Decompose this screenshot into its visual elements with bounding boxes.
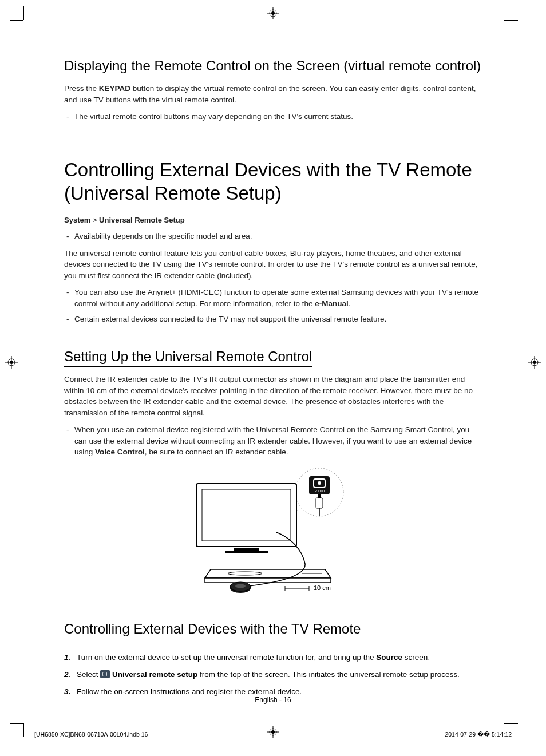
ir-out-label: IR OUT [314,489,326,493]
text: , be sure to connect an IR extender cabl… [145,448,288,456]
svg-rect-27 [205,578,331,583]
text: from the top of the screen. This initiat… [197,670,459,679]
universal-remote-setup-label: Universal remote setup [112,670,197,679]
note-item: Availability depends on the specific mod… [64,231,483,242]
menu-path: System > Universal Remote Setup [64,215,483,226]
crop-mark [504,723,518,724]
registration-mark-icon [267,726,279,738]
svg-rect-20 [316,498,323,508]
svg-rect-26 [225,551,268,553]
note-item: The virtual remote control buttons may v… [64,111,483,122]
universal-remote-icon [100,670,110,678]
text: Select [77,670,100,679]
heading-controlling-external: Controlling External Devices with the TV… [64,620,361,639]
text: Turn on the external device to set up th… [77,653,376,662]
page-footer-left: [UH6850-XC]BN68-06710A-00L04.indb 16 [34,731,148,738]
emanual-label: e-Manual [315,299,349,308]
crop-mark [10,20,23,21]
svg-rect-23 [196,484,296,547]
crop-mark [23,6,24,20]
svg-point-19 [318,481,321,485]
registration-mark-icon [528,356,541,369]
text: . [349,299,351,308]
step-item: Turn on the external device to set up th… [64,652,483,663]
registration-mark-icon [5,356,18,369]
note-item: You can also use the Anynet+ (HDMI-CEC) … [64,287,483,309]
heading-setting-up: Setting Up the Universal Remote Control [64,348,312,367]
text: You can also use the Anynet+ (HDMI-CEC) … [74,288,478,308]
text: Press the [64,84,99,93]
source-label: Source [376,653,402,662]
page-footer-center: English - 16 [0,696,546,704]
step-item: Select Universal remote setup from the t… [64,669,483,680]
registration-mark-icon [267,7,279,19]
crop-mark [504,20,518,21]
paragraph: Connect the IR extender cable to the TV'… [64,374,483,418]
heading-universal-remote-setup: Controlling External Devices with the TV… [64,158,483,205]
page-footer-right: 2014-07-29 �� 5:14:12 [445,731,512,738]
breadcrumb-system: System [64,216,90,224]
page-content: Displaying the Remote Control on the Scr… [64,57,483,704]
crop-mark [23,723,24,737]
svg-point-32 [235,584,246,588]
breadcrumb-sep: > [90,216,99,224]
note-item: When you use an external device register… [64,424,483,458]
heading-virtual-remote: Displaying the Remote Control on the Scr… [64,57,483,76]
crop-mark [10,723,23,724]
paragraph: Press the KEYPAD button to display the v… [64,83,483,105]
keypad-label: KEYPAD [99,84,130,93]
ir-extender-diagram: IR OUT 10 cm [64,464,483,603]
text: screen. [402,653,430,662]
paragraph: The universal remote control feature let… [64,248,483,282]
breadcrumb-universal: Universal Remote Setup [99,216,185,224]
svg-rect-21 [318,494,321,498]
note-item: Certain external devices connected to th… [64,314,483,325]
voice-control-label: Voice Control [95,448,145,456]
distance-label: 10 cm [314,584,331,591]
crop-mark [504,6,504,20]
